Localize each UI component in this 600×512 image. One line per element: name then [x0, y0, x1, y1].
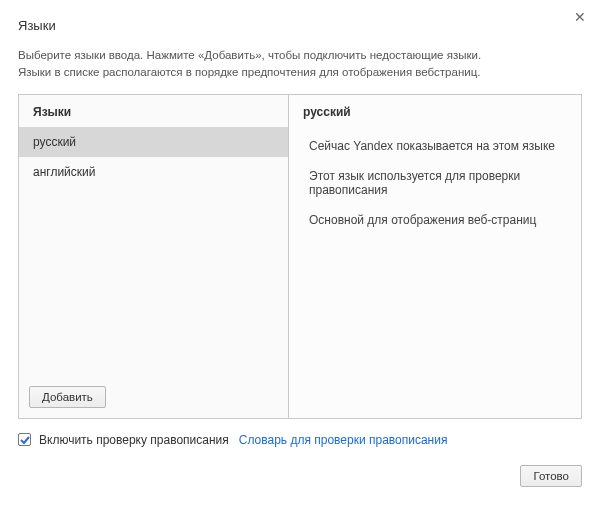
instructions-line-2: Языки в списке располагаются в порядке п…	[18, 66, 480, 78]
dialog-instructions: Выберите языки ввода. Нажмите «Добавить»…	[18, 47, 582, 82]
language-detail-panel: русский Сейчас Yandex показывается на эт…	[289, 95, 581, 418]
done-row: Готово	[18, 465, 582, 487]
panels-container: Языки русский английский Добавить русски…	[18, 94, 582, 419]
done-button[interactable]: Готово	[520, 465, 582, 487]
detail-primary-webpage-language: Основной для отображения веб-страниц	[303, 205, 567, 235]
spellcheck-footer-row: Включить проверку правописания Словарь д…	[18, 433, 582, 447]
dialog-title: Языки	[18, 18, 582, 33]
checkmark-icon	[20, 435, 30, 445]
language-detail-list: Сейчас Yandex показывается на этом языке…	[289, 127, 581, 239]
language-item-russian[interactable]: русский	[19, 127, 288, 157]
language-dialog: ✕ Языки Выберите языки ввода. Нажмите «Д…	[0, 0, 600, 512]
language-detail-header: русский	[289, 95, 581, 127]
spellcheck-dictionary-link[interactable]: Словарь для проверки правописания	[239, 433, 448, 447]
language-list-panel: Языки русский английский Добавить	[19, 95, 289, 418]
language-list: русский английский	[19, 127, 288, 378]
language-item-english[interactable]: английский	[19, 157, 288, 187]
close-icon[interactable]: ✕	[574, 10, 586, 24]
enable-spellcheck-label: Включить проверку правописания	[39, 433, 229, 447]
add-language-row: Добавить	[19, 378, 288, 418]
instructions-line-1: Выберите языки ввода. Нажмите «Добавить»…	[18, 49, 481, 61]
enable-spellcheck-checkbox[interactable]	[18, 433, 31, 446]
language-list-header: Языки	[19, 95, 288, 127]
detail-spellcheck-language: Этот язык используется для проверки прав…	[303, 161, 567, 205]
add-language-button[interactable]: Добавить	[29, 386, 106, 408]
detail-display-language: Сейчас Yandex показывается на этом языке	[303, 131, 567, 161]
